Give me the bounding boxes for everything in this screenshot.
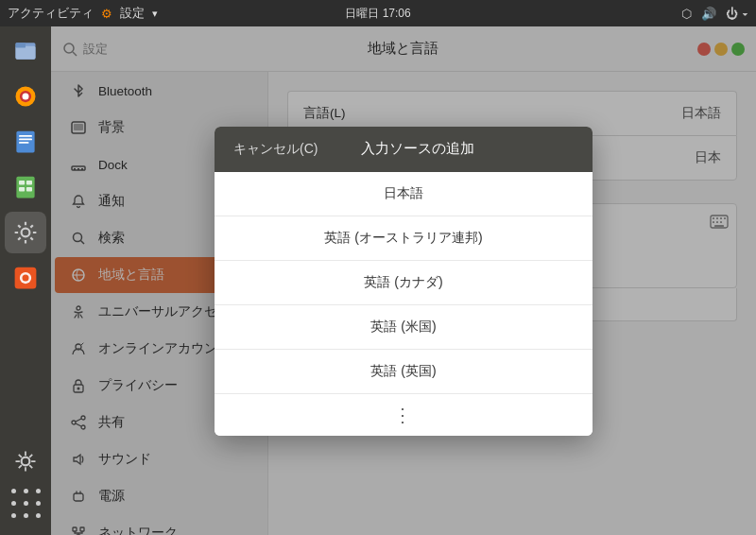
svg-rect-8 — [19, 139, 32, 141]
dialog-list-item[interactable]: 英語 (米国) — [215, 305, 593, 350]
svg-rect-14 — [26, 187, 32, 191]
dock-item-system[interactable] — [5, 440, 46, 482]
dock-item-apps[interactable] — [5, 486, 46, 527]
dialog-header: キャンセル(C) 入力ソースの追加 — [215, 127, 593, 172]
svg-rect-7 — [19, 135, 32, 137]
topbar-icon-gear: ⚙ — [101, 7, 112, 21]
svg-point-15 — [22, 229, 30, 237]
topbar: アクティビティ ⚙ 設定 ▾ 日曜日 17:06 ⬡ 🔊 ⏻ ▾ — [0, 0, 756, 26]
settings-label[interactable]: 設定 — [120, 5, 145, 22]
svg-rect-13 — [19, 187, 25, 191]
svg-rect-2 — [16, 43, 26, 47]
dialog-list-item[interactable]: 英語 (カナダ) — [215, 261, 593, 305]
dock-bottom — [5, 440, 46, 527]
dialog-list: 日本語 英語 (オーストラリア連邦) 英語 (カナダ) 英語 (米国) 英語 (… — [215, 172, 593, 436]
add-input-dialog: キャンセル(C) 入力ソースの追加 日本語 英語 (オーストラリア連邦) 英語 … — [215, 127, 593, 436]
dialog-list-item[interactable]: 英語 (英国) — [215, 350, 593, 394]
svg-point-19 — [22, 457, 30, 466]
topbar-left: アクティビティ ⚙ 設定 ▾ — [8, 5, 158, 22]
dock-item-calc[interactable] — [5, 166, 46, 208]
dialog-cancel-button[interactable]: キャンセル(C) — [215, 127, 336, 172]
dock-item-firefox[interactable] — [5, 76, 46, 117]
svg-rect-10 — [16, 177, 34, 198]
dock — [0, 26, 51, 535]
power-menu-icon[interactable]: ⏻ ▾ — [726, 7, 748, 21]
network-icon[interactable]: ⬡ — [681, 7, 692, 21]
activities-label[interactable]: アクティビティ — [8, 5, 94, 22]
settings-dropdown-arrow[interactable]: ▾ — [152, 8, 158, 20]
dock-item-settings[interactable] — [5, 212, 46, 253]
dialog-title: 入力ソースの追加 — [336, 140, 498, 158]
topbar-right: ⬡ 🔊 ⏻ ▾ — [681, 7, 748, 21]
dialog-overlay: キャンセル(C) 入力ソースの追加 日本語 英語 (オーストラリア連邦) 英語 … — [51, 26, 756, 535]
topbar-clock: 日曜日 17:06 — [345, 6, 410, 22]
dock-item-writer[interactable] — [5, 121, 46, 163]
volume-icon[interactable]: 🔊 — [701, 7, 716, 21]
dialog-more-button[interactable]: ⋮ — [215, 394, 593, 436]
dock-item-files[interactable] — [5, 30, 46, 72]
svg-point-18 — [23, 275, 29, 282]
dialog-list-item[interactable]: 英語 (オーストラリア連邦) — [215, 216, 593, 261]
svg-rect-11 — [19, 181, 25, 184]
svg-rect-9 — [19, 142, 29, 144]
svg-point-5 — [23, 94, 29, 100]
svg-rect-12 — [26, 181, 32, 184]
svg-rect-1 — [16, 46, 36, 60]
dock-item-software[interactable] — [5, 257, 46, 299]
dialog-list-item[interactable]: 日本語 — [215, 172, 593, 216]
